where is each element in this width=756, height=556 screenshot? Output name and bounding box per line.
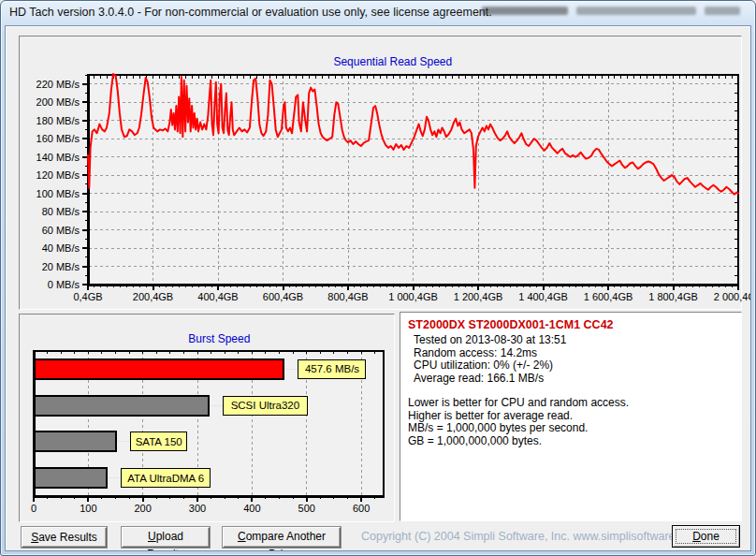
x-axis-label: 1 800,4GB: [648, 291, 698, 302]
sequential-read-panel: Sequential Read Speed (higher is better)…: [19, 36, 742, 310]
x-axis-label: 400,4GB: [197, 291, 238, 302]
x-axis-label: 400: [243, 503, 260, 514]
window-title: HD Tach version 3.0.4.0 - For non-commer…: [9, 6, 492, 19]
cpu-utilization-line: CPU utilization: 0% (+/- 2%): [408, 359, 734, 373]
burst-bar: [34, 432, 116, 451]
x-axis-label: 800,4GB: [327, 291, 368, 302]
random-access-line: Random access: 14.2ms: [408, 347, 734, 360]
x-axis-label: 300: [189, 503, 206, 514]
note-line: Lower is better for CPU and random acces…: [408, 397, 734, 410]
drive-info-panel: ST2000DX ST2000DX001-1CM1 CC42 Tested on…: [400, 312, 742, 521]
y-axis-label: 0 MB/s: [48, 279, 80, 290]
average-read-line: Average read: 166.1 MB/s: [408, 373, 734, 386]
upload-results-button[interactable]: Upload Results: [122, 527, 210, 548]
x-axis-label: 1 000,4GB: [388, 291, 438, 302]
tested-on-line: Tested on 2013-08-30 at 13:51: [408, 334, 734, 347]
client-area: Sequential Read Speed (higher is better)…: [5, 25, 751, 551]
y-axis-label: 220 MB/s: [36, 79, 80, 90]
y-axis-label: 180 MB/s: [36, 115, 80, 126]
sequential-read-chart: 0 MB/s20 MB/s40 MB/s60 MB/s80 MB/s100 MB…: [20, 37, 741, 309]
x-axis-label: 500: [298, 503, 315, 514]
x-axis-label: 200: [135, 503, 152, 514]
x-axis-label: 1 400,4GB: [518, 291, 568, 302]
titlebar[interactable]: HD Tach version 3.0.4.0 - For non-commer…: [1, 1, 755, 25]
bar-label: SATA 150: [136, 436, 182, 447]
x-axis-label: 1 200,4GB: [454, 291, 503, 302]
x-axis-label: 0,4GB: [73, 291, 102, 302]
done-button[interactable]: Done: [672, 525, 740, 548]
x-axis-label: 1 600,4GB: [584, 291, 633, 302]
burst-bar: [34, 468, 107, 488]
bar-label: ATA UltraDMA 6: [127, 473, 204, 484]
y-axis-label: 160 MB/s: [36, 133, 80, 144]
note-line: Higher is better for average read.: [408, 410, 734, 423]
bar-label: 457.6 MB/s: [305, 363, 359, 374]
info-notes: Lower is better for CPU and random acces…: [408, 397, 734, 447]
burst-bar: [34, 396, 209, 416]
save-results-button[interactable]: Save Results: [22, 527, 107, 548]
x-axis-label: 0: [31, 503, 36, 514]
y-axis-label: 120 MB/s: [36, 169, 80, 181]
titlebar-background-bleed: [482, 7, 740, 15]
x-axis-label: 200,4GB: [133, 291, 173, 302]
y-axis-label: 80 MB/s: [42, 206, 80, 217]
x-axis-label: 2 000,4GE: [714, 291, 751, 302]
burst-speed-chart: 457.6 MB/sSCSI Ultra320SATA 150ATA Ultra…: [20, 315, 394, 521]
compare-another-drive-button[interactable]: Compare Another Drive: [223, 527, 341, 548]
burst-speed-panel: Burst Speed (higher is better) 457.6 MB/…: [19, 314, 395, 522]
y-axis-label: 60 MB/s: [42, 225, 80, 236]
y-axis-label: 200 MB/s: [36, 96, 80, 108]
y-axis-label: 40 MB/s: [42, 242, 80, 254]
y-axis-label: 20 MB/s: [42, 261, 80, 272]
x-axis-label: 600: [353, 503, 370, 514]
y-axis-label: 100 MB/s: [36, 188, 80, 199]
note-line: GB = 1,000,000,000 bytes.: [408, 435, 734, 448]
app-window: HD Tach version 3.0.4.0 - For non-commer…: [0, 0, 756, 556]
copyright-text: Copyright (C) 2004 Simpli Software, Inc.…: [361, 530, 662, 543]
test-results: Tested on 2013-08-30 at 13:51 Random acc…: [408, 334, 734, 385]
bar-label: SCSI Ultra320: [231, 400, 300, 411]
note-line: MB/s = 1,000,000 bytes per second.: [408, 422, 734, 435]
burst-bar: [34, 359, 284, 379]
y-axis-label: 140 MB/s: [36, 152, 80, 163]
drive-model-title: ST2000DX ST2000DX001-1CM1 CC42: [408, 318, 734, 332]
x-axis-label: 100: [80, 503, 96, 514]
x-axis-label: 600,4GB: [263, 291, 303, 302]
